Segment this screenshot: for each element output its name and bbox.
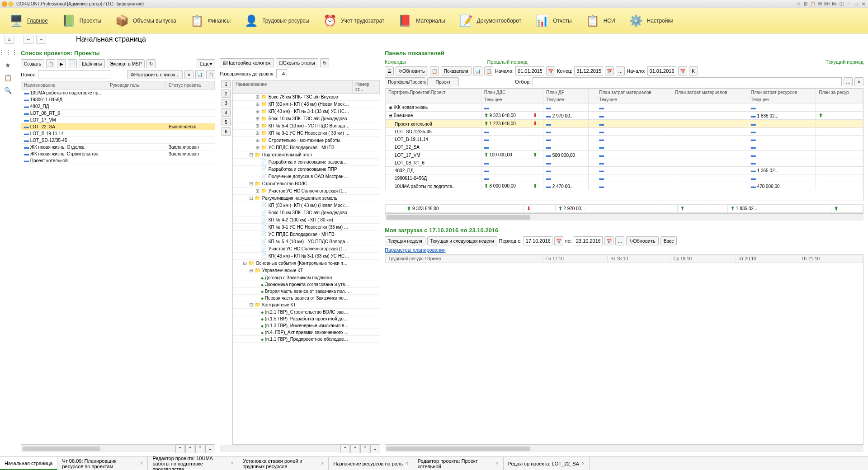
toolbar-icon[interactable]: 📊	[473, 66, 482, 75]
tree-row[interactable]: ◆ Первая часть аванса от Заказчика получ…	[233, 295, 380, 301]
projects-grid[interactable]: Наименование Руководитель Статус проекта…	[21, 81, 215, 445]
tab-close-icon[interactable]: ×	[231, 461, 234, 466]
nav-icon[interactable]: ⌄	[370, 444, 379, 453]
back-button[interactable]: ←	[24, 35, 33, 44]
nav-icon[interactable]: ˅	[195, 444, 204, 453]
bottom-tab[interactable]: Редактор проекта: 10UMA работы по подгот…	[148, 457, 238, 470]
tab-close-icon[interactable]: ×	[321, 461, 324, 466]
tree-row[interactable]: 📄 Разработка и согласование разрешительн…	[233, 159, 380, 166]
indicator-row[interactable]: 4802_ПД▬ ▬ ▬ ▬ 1 365 02...	[386, 167, 863, 174]
project-row[interactable]: ▬ 10UMA работы по подготовке производс..…	[21, 89, 215, 96]
project-row[interactable]: ▬ Проект котельной	[21, 157, 215, 164]
tree-row[interactable]: ◆ Вторая часть аванса от заказчика получ…	[233, 288, 380, 295]
toolbar-icon[interactable]: ✕	[184, 70, 193, 79]
tab-close-icon[interactable]: ×	[406, 461, 408, 466]
ribbon-Учет трудозатрат[interactable]: ⏰Учет трудозатрат	[323, 14, 384, 28]
maximize-icon[interactable]: □	[854, 1, 859, 7]
toolbar-icon[interactable]: ↻	[146, 59, 156, 68]
titlebar-icon[interactable]: 📋	[810, 1, 816, 7]
tree-row[interactable]: ⊞📁 Участок УС НС Солнечногорская (142 км…	[233, 188, 380, 195]
toolbar-icon[interactable]: 📋	[46, 59, 55, 68]
period-to-input[interactable]	[574, 236, 603, 245]
toolbar-icon[interactable]: 📋	[430, 66, 439, 75]
project-row[interactable]: ▬ LOT_08_RT_6	[21, 110, 215, 117]
nav-icon[interactable]: ⌃	[175, 444, 184, 453]
end-date-input[interactable]	[574, 66, 603, 75]
ribbon-Объемы выпуска[interactable]: 📦Объемы выпуска	[115, 14, 176, 28]
more-button[interactable]: Еще ▾	[197, 59, 215, 68]
titlebar-icon[interactable]: ⊞	[803, 1, 808, 7]
forward-button[interactable]: →	[36, 35, 46, 44]
apps-icon[interactable]: ⋮⋮⋮	[0, 49, 18, 56]
ribbon-НСИ[interactable]: 📋НСИ	[585, 14, 615, 28]
bottom-tab[interactable]: Назначение ресурсов на роль×	[329, 457, 413, 470]
star-icon[interactable]: ★	[5, 61, 11, 69]
params-link[interactable]: Параметры планирования	[385, 247, 446, 253]
col-header[interactable]: Руководитель	[107, 81, 166, 89]
ribbon-Финансы[interactable]: 📋Финансы	[190, 14, 231, 28]
tree-row[interactable]: 📄 КП (80 км )- КП ( 43 км) (Новая Москва…	[233, 202, 380, 209]
calendar-icon[interactable]: 📅	[678, 66, 687, 75]
configure-columns-button[interactable]: ⊞ Настройка колонок	[220, 58, 274, 67]
tab-close-icon[interactable]: ×	[582, 461, 585, 466]
tree-row[interactable]: 📄 КП № 5-4 (10 км) - УС ППДС Володарская	[233, 238, 380, 245]
level-button-3[interactable]: 3	[222, 99, 231, 107]
tree-row[interactable]: 📄 Участок УС НС Солнечногорская (142 км)…	[233, 245, 380, 253]
tree-row[interactable]: 📄 УС ППДС Володарская - МНПЗ	[233, 231, 380, 238]
level-input[interactable]	[276, 69, 287, 78]
nav-icon[interactable]: ˄	[185, 444, 194, 453]
indicator-row[interactable]: LOT_SD-12/35-45▬ ▬ ▬ ▬	[386, 128, 863, 136]
ribbon-Проекты[interactable]: 📗Проекты	[61, 14, 101, 28]
ribbon-Трудовые ресурсы[interactable]: 👤Трудовые ресурсы	[244, 14, 309, 28]
project-row[interactable]: ▬ ЖК новая жизнь. СтроительствоЗапланиро…	[21, 150, 215, 157]
titlebar-icon[interactable]: M	[817, 1, 823, 7]
start-date-input[interactable]	[515, 66, 544, 75]
col-header[interactable]: Наименование	[233, 80, 353, 93]
tree-row[interactable]: ⊟📁 Управленческие КТ	[233, 267, 380, 274]
project-row[interactable]: ▬ 4802_ПД	[21, 103, 215, 110]
project-row[interactable]: ▬ LOT_SD-12/35-45	[21, 137, 215, 144]
project-button[interactable]: Проект	[427, 77, 459, 86]
templates-button[interactable]: Шаблоны	[79, 59, 105, 68]
period-from-input[interactable]	[524, 236, 552, 245]
filter-input[interactable]	[533, 77, 842, 86]
col-header[interactable]: Номер ст...	[353, 80, 380, 93]
indicator-row[interactable]: Проект котельной⬆ 1 223 648,00⬇▬ ▬ ▬	[386, 120, 863, 128]
tree-row[interactable]: ◆ (п.1.1 ГВР)_Предпроектное обследование…	[233, 336, 380, 343]
toolbar-icon[interactable]: 📋	[484, 66, 493, 75]
indicators-table[interactable]: ПортфельПроектов\ПроектПлан ДДСПлан ДРПл…	[385, 88, 863, 201]
tree-row[interactable]: ⊞📁 УС ППДС Володарская - МНПЗ	[233, 144, 380, 151]
indicator-row[interactable]: ⊟ Внешние⬆ 9 323 648,00⬇▬ 2 970 00...▬ ▬…	[386, 112, 863, 120]
col-header[interactable]: Статус проекта	[166, 81, 215, 89]
col-header[interactable]: Наименование	[21, 81, 107, 89]
workload-table[interactable]: Трудовой ресурс / ВремяПн 17.10Вт 18.10С…	[385, 254, 863, 445]
tree-row[interactable]: 📄 КП № 4-2 (100 км) - КП ( 80 км)	[233, 216, 380, 224]
indicator-row[interactable]: LOT_22_SA▬ ▬ ▬ ▬	[386, 143, 863, 151]
project-row[interactable]: ▬ LOT_17_VM	[21, 117, 215, 123]
tree-row[interactable]: 📄 КП( 43 км) - КП № 3-1 (33 км) УС НС Но…	[233, 253, 380, 260]
tree-row[interactable]: ⊞📁 КП № 5-4 (10 км) - УС ППДС Володарска…	[233, 122, 380, 130]
titlebar-icon[interactable]: ⓘ	[839, 1, 844, 7]
indicator-row[interactable]: LOT_17_VM⬆ 100 000,00⬆▬ 500 000,00▬ ▬	[386, 151, 863, 159]
toolbar-icon[interactable]: 📋	[206, 70, 215, 79]
minimize-icon[interactable]: −	[846, 1, 852, 7]
close-icon[interactable]: ✕	[861, 1, 866, 7]
tree-row[interactable]: ⊞📁 Строительно - монтажные работы	[233, 137, 380, 144]
tree-row[interactable]: ⊟📁 Контрактные КТ	[233, 301, 380, 309]
scrollbar[interactable]	[385, 445, 863, 452]
tree-row[interactable]: ⊟📁 Строительство ВОЛС	[233, 180, 380, 188]
tree-row[interactable]: ◆ (п.1.3 ГВР)_Инженерные изыскания в соо…	[233, 322, 380, 329]
tree-row[interactable]: ◆ Экономика проекта согласована и утверж…	[233, 281, 380, 288]
tree-row[interactable]: 📄 Получение допуска в ОАО Мостранснефтеп…	[233, 173, 380, 180]
indicator-row[interactable]: ⊞ ЖК новая жизнь▬ ▬ ▬ ▬	[386, 103, 863, 112]
tree-row[interactable]: ⊟📁 Рекультивация нарушенных земель	[233, 195, 380, 202]
bottom-tab[interactable]: Редактор проекта: Проект котельной×	[413, 457, 504, 470]
toolbar-icon[interactable]: …	[844, 77, 853, 86]
indicators-button[interactable]: Показатели	[441, 66, 472, 75]
bottom-tab[interactable]: Начальная страница	[0, 457, 57, 470]
level-button-1[interactable]: 1	[222, 80, 231, 88]
indicator-row[interactable]: 1980611-0456Д▬ ▬ ▬ ▬	[386, 174, 863, 182]
start2-date-input[interactable]	[647, 66, 676, 75]
project-row[interactable]: ▬ 1980611-0456Д	[21, 96, 215, 103]
tree-row[interactable]: 📄 КП № 3-1 УС НС Новоселки (33 км) - КП …	[233, 224, 380, 231]
